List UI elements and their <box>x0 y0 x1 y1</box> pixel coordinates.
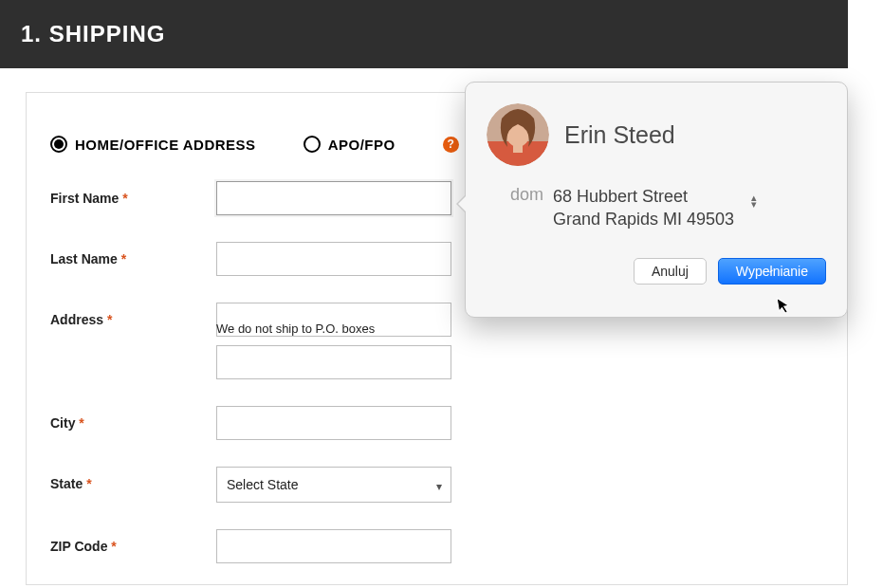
city-input[interactable] <box>216 406 451 440</box>
label-text: City <box>50 415 75 431</box>
chevron-down-icon: ▾ <box>436 480 442 493</box>
address-text: 68 Hubbert Street Grand Rapids MI 49503 <box>553 185 734 231</box>
first-name-label: First Name * <box>50 181 216 206</box>
contact-name: Erin Steed <box>564 121 675 149</box>
radio-label: HOME/OFFICE ADDRESS <box>75 137 256 153</box>
radio-icon <box>304 136 321 153</box>
help-icon[interactable]: ? <box>443 137 459 153</box>
state-select[interactable]: Select State ▾ <box>216 467 451 503</box>
zip-row: ZIP Code * <box>50 529 823 563</box>
city-label: City * <box>50 406 216 431</box>
address-line-1: 68 Hubbert Street <box>553 185 734 208</box>
required-marker: * <box>107 312 112 327</box>
last-name-input[interactable] <box>216 242 451 276</box>
zip-label: ZIP Code * <box>50 529 216 554</box>
required-marker: * <box>122 191 127 206</box>
label-text: Address <box>50 312 103 327</box>
address-helper-text: We do not ship to P.O. boxes <box>216 322 823 336</box>
address2-label <box>50 345 216 355</box>
checkout-step-header: 1. SHIPPING <box>0 0 848 68</box>
required-marker: * <box>111 539 116 554</box>
contact-address-row[interactable]: dom 68 Hubbert Street Grand Rapids MI 49… <box>491 185 826 231</box>
first-name-input[interactable] <box>216 181 451 215</box>
contact-header: Erin Steed <box>487 103 826 166</box>
cancel-button[interactable]: Anuluj <box>634 258 707 285</box>
radio-home-office[interactable]: HOME/OFFICE ADDRESS <box>50 136 256 153</box>
state-row: State * Select State ▾ <box>50 467 823 503</box>
zip-input[interactable] <box>216 529 451 563</box>
popover-button-row: Anuluj Wypełnianie <box>487 258 826 285</box>
svg-rect-4 <box>513 143 523 153</box>
required-marker: * <box>86 476 91 491</box>
radio-label: APO/FPO <box>328 137 396 153</box>
required-marker: * <box>79 415 83 431</box>
address2-row <box>50 345 823 379</box>
state-label: State * <box>50 467 216 491</box>
radio-icon <box>50 136 67 153</box>
address-tag: dom <box>491 185 543 205</box>
city-row: City * <box>50 406 823 440</box>
last-name-label: Last Name * <box>50 242 216 266</box>
label-text: Last Name <box>50 251 118 266</box>
radio-apo-fpo[interactable]: APO/FPO <box>304 136 396 153</box>
page-title: 1. SHIPPING <box>21 21 165 47</box>
state-select-value: Select State <box>216 467 451 503</box>
address-label: Address * <box>50 303 216 327</box>
label-text: State <box>50 476 83 491</box>
updown-chevron-icon[interactable]: ▴▾ <box>751 194 757 208</box>
address-line2-input[interactable] <box>216 345 451 379</box>
autofill-contact-popover: Erin Steed dom 68 Hubbert Street Grand R… <box>465 82 848 318</box>
address-line-2: Grand Rapids MI 49503 <box>553 208 734 230</box>
label-text: First Name <box>50 191 119 206</box>
required-marker: * <box>121 251 126 266</box>
avatar <box>487 103 549 166</box>
fill-button[interactable]: Wypełnianie <box>718 258 826 285</box>
label-text: ZIP Code <box>50 539 107 554</box>
